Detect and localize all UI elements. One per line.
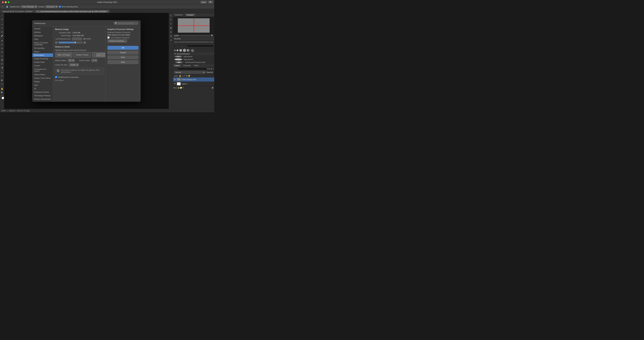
layer-visibility-1[interactable]: 👁 (174, 78, 176, 81)
crop-tool[interactable]: ⊡ (0, 30, 4, 34)
brush-size-slider[interactable] (178, 42, 209, 43)
default-photos-btn[interactable]: Default / Photos (74, 52, 91, 58)
lasso-tool[interactable]: ⊂ (0, 26, 4, 30)
layers-kind-input[interactable] (174, 68, 207, 70)
brush-soft-round[interactable]: Soft Round (173, 55, 214, 58)
eyedropper-tool[interactable]: 💧 (6, 5, 9, 9)
maximize-button[interactable] (8, 1, 10, 3)
multithreaded-checkbox[interactable] (55, 76, 57, 78)
use-gpu-checkbox[interactable] (108, 37, 110, 39)
history-brush-tool[interactable]: ↺ (0, 50, 4, 54)
layer-layer1[interactable]: 👁 Layer 1 (173, 82, 214, 86)
brush-circle-2[interactable] (176, 49, 178, 51)
foreground-color[interactable] (1, 96, 4, 99)
clone-stamp-tool[interactable]: ✦ (0, 47, 4, 50)
sidebar-tech-previews[interactable]: Technology Previews (32, 94, 53, 97)
lock-artboard-icon[interactable]: ⊞ (186, 75, 188, 77)
sidebar-export[interactable]: Export (32, 50, 53, 53)
brushes-search-input[interactable] (174, 45, 214, 47)
sidebar-plugins[interactable]: Plugins (32, 80, 53, 83)
sidebar-workspace[interactable]: Workspace (32, 34, 53, 38)
dodge-tool[interactable]: ◑ (0, 66, 4, 69)
history-icon[interactable]: ↺ (169, 39, 173, 42)
swatches-icon[interactable]: ◫ (169, 14, 173, 17)
brush-tool[interactable]: ✏ (0, 43, 4, 46)
add-group-icon[interactable]: 📁 (180, 87, 182, 89)
add-layer-style-icon[interactable]: fx (174, 87, 175, 89)
minimize-button[interactable] (5, 1, 7, 3)
paths-tab[interactable]: Paths (192, 64, 200, 67)
adjust-icon[interactable]: ◐ (169, 26, 173, 30)
next-button[interactable]: Next (108, 60, 138, 64)
eraser-tool[interactable]: ◻ (0, 54, 4, 58)
sidebar-history[interactable]: History & Content Credentials (32, 41, 53, 46)
add-layer-icon[interactable]: + (182, 87, 184, 89)
delete-layer-icon[interactable]: 🗑 (212, 87, 214, 89)
layers-tab[interactable]: Layers (173, 64, 182, 67)
sidebar-performance[interactable]: Performance (32, 53, 53, 57)
brush-circle-4[interactable] (183, 49, 186, 52)
brush-circle-1[interactable] (174, 50, 176, 51)
navigator-tab[interactable]: Navigator (185, 13, 196, 17)
pen-tool[interactable]: ✒ (0, 71, 4, 74)
lock-image-icon[interactable]: ✏ (184, 75, 186, 77)
ok-button[interactable]: OK (108, 46, 138, 50)
memory-slider-minus[interactable]: − (55, 41, 58, 44)
cache-tile-size-select[interactable]: 1024K (69, 63, 79, 67)
lock-position-icon[interactable]: 🔒 (179, 75, 181, 77)
sidebar-transparency[interactable]: Transparency & Gamut (32, 67, 53, 73)
sidebar-type[interactable]: Type (32, 83, 53, 87)
photoshop-use-input[interactable]: 9314 (72, 38, 82, 40)
dialog-search-box[interactable]: 🔍 (114, 22, 138, 25)
sidebar-scratch-disks[interactable]: Scratch Disks (32, 60, 53, 64)
blur-tool[interactable]: ◎ (0, 62, 4, 65)
cancel-button[interactable]: Cancel (108, 51, 138, 55)
brush-hard-round[interactable]: Hard Round (173, 58, 214, 61)
effects-icon[interactable]: ⊞ (169, 35, 173, 38)
sidebar-general[interactable]: General (32, 27, 53, 31)
lock-all-icon[interactable]: 🔐 (188, 75, 190, 77)
layer-paste-design[interactable]: 👁 Paste Design Here (173, 78, 214, 82)
move-tool[interactable]: ⌂ (1, 5, 4, 9)
memory-slider-plus[interactable]: + (84, 41, 86, 44)
sidebar-tools[interactable]: Tools (32, 38, 53, 41)
memory-slider-track[interactable] (58, 42, 82, 44)
path-selection-tool[interactable]: ▶ (0, 78, 4, 82)
home-tool[interactable]: ⌂ (0, 14, 4, 17)
huge-pixel-btn[interactable]: Huge Pixel Dimensions (92, 52, 105, 58)
sidebar-file-handling[interactable]: File Handling (32, 46, 53, 50)
brush-circle-3[interactable] (180, 49, 182, 52)
layers-mode-select[interactable]: Normal (174, 71, 205, 74)
tab-0[interactable]: set4.psd @ 66,7% (Uniform, RGB/8#) * (1, 10, 35, 13)
close-button[interactable] (2, 1, 4, 3)
show-sampling-ring-checkbox[interactable] (59, 6, 61, 8)
brush-soft-round-pressure[interactable]: Soft Round Pressure Size (173, 61, 214, 64)
type-tool[interactable]: T (0, 74, 4, 78)
channels-tab[interactable]: Channels (182, 64, 192, 67)
eyedropper-tool-btn[interactable]: 💉 (0, 34, 4, 38)
sidebar-cursors[interactable]: Cursors (32, 64, 53, 67)
search-preferences-input[interactable] (118, 22, 137, 24)
add-mask-icon[interactable]: ◻ (176, 87, 177, 89)
sidebar-enhanced[interactable]: Enhanced Controls (32, 90, 53, 94)
layers-icon[interactable]: ≡ (169, 22, 173, 26)
sample-size-select[interactable]: 3 by 3 Average (21, 5, 38, 8)
shape-tool[interactable]: ▭ (0, 82, 4, 86)
tab-1[interactable]: C~_Users\Sanja\Desktop\Cheerleading Unif… (35, 10, 110, 13)
history-states-select[interactable]: 50 (68, 59, 75, 62)
advanced-settings-btn[interactable]: Advanced Settings... (108, 39, 127, 43)
sidebar-interface[interactable]: Interface (32, 31, 53, 34)
sidebar-3d[interactable]: 3D (32, 87, 53, 90)
info-panel-icon[interactable]: ℹ (169, 18, 173, 21)
save-button[interactable]: Save (200, 1, 207, 4)
sidebar-image-processing[interactable]: Image Processing (32, 57, 53, 60)
styles-icon[interactable]: ★ (169, 30, 173, 34)
adjustment-layer-icon[interactable]: ◑ (178, 87, 180, 89)
search-button[interactable]: 🔍 (208, 1, 213, 4)
cache-levels-select[interactable]: 4 (91, 59, 97, 62)
prev-button[interactable]: Prev (108, 56, 138, 59)
web-ui-design-btn[interactable]: Web / UI Design (55, 52, 72, 58)
swatches-tab[interactable]: Swatches (173, 13, 185, 17)
rectangular-marquee-tool[interactable]: ▭ (0, 23, 4, 26)
memory-slider-handle[interactable] (75, 42, 76, 44)
